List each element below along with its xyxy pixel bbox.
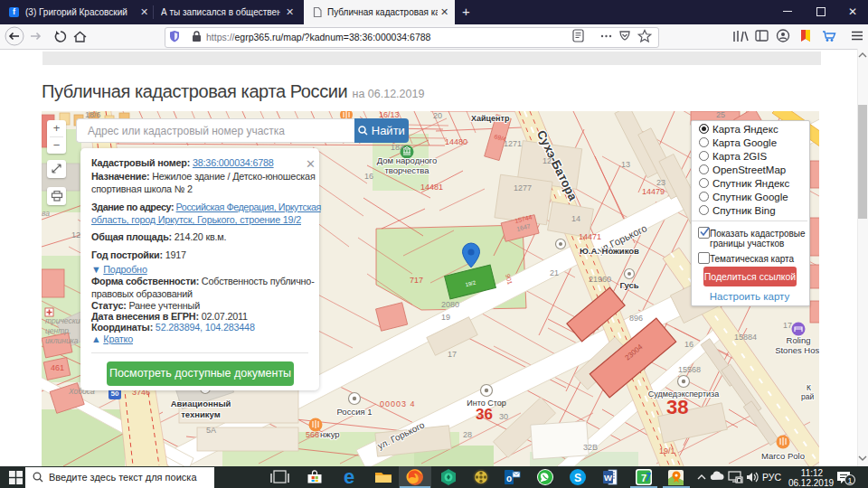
svg-text:38: 38 [666,396,688,418]
svg-text:1277: 1277 [514,183,532,192]
svg-text:1: 1 [847,476,852,485]
svg-text:18А: 18А [391,143,405,152]
svg-text:Россия 1: Россия 1 [336,407,372,417]
svg-text:Roling: Roling [787,335,811,345]
svg-text:15884: 15884 [734,333,757,342]
svg-text:иклиника: иклиника [45,336,79,345]
svg-text:12: 12 [71,230,80,239]
svg-text:Судмедэкспертиза: Судмедэкспертиза [648,389,719,399]
svg-text:7: 7 [641,473,646,483]
svg-text:896: 896 [629,314,643,323]
svg-text:21960: 21960 [589,275,611,284]
svg-text:5А: 5А [206,426,216,435]
svg-text:25: 25 [716,111,725,119]
svg-text:13: 13 [621,160,630,169]
svg-text:Дом народного: Дом народного [377,155,438,165]
svg-text:нжур: нжур [320,429,340,439]
svg-text:23: 23 [656,178,665,187]
svg-text:ва: ва [42,209,50,218]
svg-text:461: 461 [51,363,64,372]
svg-text:30: 30 [499,412,508,421]
svg-text:14471: 14471 [579,232,601,241]
svg-text:16: 16 [364,172,373,181]
svg-text:Авиационный: Авиационный [171,399,231,408]
svg-text:Хайцентр: Хайцентр [471,114,510,123]
svg-text:16: 16 [684,340,693,349]
svg-text:717: 717 [410,276,423,285]
svg-text:17: 17 [783,321,792,330]
svg-text:рай: рай [801,392,814,401]
svg-text:19: 19 [441,313,450,322]
svg-text:К: К [807,383,811,392]
svg-text:S: S [574,472,581,484]
svg-text:e: e [344,466,354,488]
svg-text:o: o [506,474,512,483]
svg-text:20: 20 [433,111,442,120]
svg-text:28: 28 [463,430,472,439]
svg-text:техникум: техникум [181,409,221,419]
svg-text:Stones Host: Stones Host [775,345,819,355]
svg-text:Гусь: Гусь [619,280,638,290]
svg-text:трический: трический [45,316,84,325]
svg-text:19/1: 19/1 [659,446,675,455]
svg-text:Marco Polo: Marco Polo [761,451,805,461]
svg-text:2080: 2080 [441,300,459,309]
svg-text:14: 14 [571,214,580,223]
svg-text:1271: 1271 [504,139,522,148]
svg-text:36: 36 [476,406,493,423]
svg-text:14481: 14481 [420,183,443,192]
svg-text:творчества: творчества [384,165,429,175]
svg-text:14479: 14479 [642,187,665,196]
svg-text:14480: 14480 [445,137,467,146]
svg-text:32В: 32В [583,443,598,452]
svg-text:17: 17 [448,350,457,359]
svg-text:15568: 15568 [678,365,701,374]
svg-text:W: W [604,473,612,483]
svg-text:12: 12 [542,156,552,165]
svg-text:Ю.А. Ножиков: Ю.А. Ножиков [580,246,639,256]
svg-text:21: 21 [550,268,559,277]
svg-text:50: 50 [111,389,119,398]
svg-text:00003 4: 00003 4 [380,399,416,408]
svg-text:566: 566 [306,430,319,439]
svg-text:центр,: центр, [45,326,71,335]
